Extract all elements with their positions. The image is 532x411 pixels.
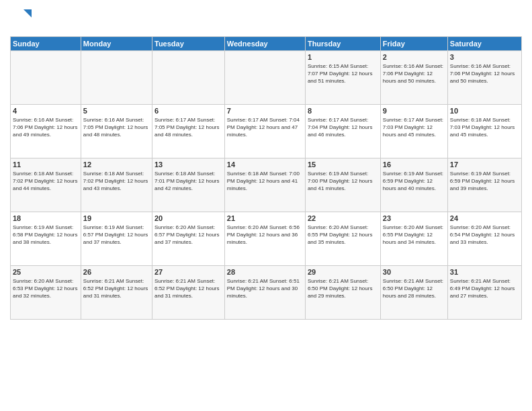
- day-info: Sunrise: 6:19 AM Sunset: 6:59 PM Dayligh…: [383, 170, 445, 193]
- day-number: 23: [383, 214, 445, 222]
- day-info: Sunrise: 6:19 AM Sunset: 6:57 PM Dayligh…: [83, 224, 150, 246]
- day-cell: 3Sunrise: 6:16 AM Sunset: 7:06 PM Daylig…: [447, 51, 521, 105]
- day-number: 11: [13, 161, 79, 169]
- day-info: Sunrise: 6:18 AM Sunset: 7:03 PM Dayligh…: [450, 116, 519, 139]
- page: SundayMondayTuesdayWednesdayThursdayFrid…: [0, 0, 532, 411]
- header-cell-sunday: Sunday: [11, 37, 81, 51]
- day-info: Sunrise: 6:16 AM Sunset: 7:06 PM Dayligh…: [450, 62, 519, 85]
- day-info: Sunrise: 6:21 AM Sunset: 6:50 PM Dayligh…: [383, 277, 445, 300]
- day-number: 31: [450, 268, 519, 276]
- day-cell: [224, 51, 305, 105]
- day-number: 17: [450, 161, 519, 169]
- day-cell: 31Sunrise: 6:21 AM Sunset: 6:49 PM Dayli…: [447, 266, 521, 320]
- day-number: 6: [154, 107, 222, 115]
- day-info: Sunrise: 6:21 AM Sunset: 6:51 PM Dayligh…: [227, 277, 303, 300]
- day-cell: 10Sunrise: 6:18 AM Sunset: 7:03 PM Dayli…: [447, 105, 521, 158]
- day-cell: 26Sunrise: 6:21 AM Sunset: 6:52 PM Dayli…: [81, 266, 152, 320]
- day-number: 15: [308, 161, 378, 169]
- day-number: 24: [450, 214, 519, 222]
- svg-marker-1: [24, 9, 32, 17]
- day-cell: 13Sunrise: 6:18 AM Sunset: 7:01 PM Dayli…: [152, 158, 225, 212]
- header-cell-friday: Friday: [380, 37, 447, 51]
- day-info: Sunrise: 6:20 AM Sunset: 6:56 PM Dayligh…: [227, 224, 303, 246]
- day-cell: 12Sunrise: 6:18 AM Sunset: 7:02 PM Dayli…: [81, 158, 152, 212]
- day-cell: 24Sunrise: 6:20 AM Sunset: 6:54 PM Dayli…: [447, 212, 521, 266]
- day-number: 25: [13, 268, 79, 276]
- header-cell-monday: Monday: [81, 37, 152, 51]
- week-row-1: 1Sunrise: 6:15 AM Sunset: 7:07 PM Daylig…: [11, 51, 522, 105]
- day-info: Sunrise: 6:18 AM Sunset: 7:01 PM Dayligh…: [154, 170, 222, 193]
- day-cell: 11Sunrise: 6:18 AM Sunset: 7:02 PM Dayli…: [11, 158, 81, 212]
- day-info: Sunrise: 6:16 AM Sunset: 7:06 PM Dayligh…: [13, 116, 79, 139]
- day-number: 13: [154, 161, 222, 169]
- day-cell: 6Sunrise: 6:17 AM Sunset: 7:05 PM Daylig…: [152, 105, 225, 158]
- day-info: Sunrise: 6:21 AM Sunset: 6:52 PM Dayligh…: [83, 277, 150, 300]
- day-cell: 16Sunrise: 6:19 AM Sunset: 6:59 PM Dayli…: [380, 158, 447, 212]
- day-info: Sunrise: 6:20 AM Sunset: 6:57 PM Dayligh…: [154, 224, 222, 246]
- day-number: 22: [308, 214, 378, 222]
- day-cell: 15Sunrise: 6:19 AM Sunset: 7:00 PM Dayli…: [305, 158, 380, 212]
- day-info: Sunrise: 6:17 AM Sunset: 7:04 PM Dayligh…: [308, 116, 378, 139]
- day-cell: 25Sunrise: 6:20 AM Sunset: 6:53 PM Dayli…: [11, 266, 81, 320]
- day-info: Sunrise: 6:20 AM Sunset: 6:53 PM Dayligh…: [13, 277, 79, 300]
- header-row: SundayMondayTuesdayWednesdayThursdayFrid…: [11, 37, 522, 51]
- day-number: 14: [227, 161, 303, 169]
- day-info: Sunrise: 6:17 AM Sunset: 7:04 PM Dayligh…: [227, 116, 303, 139]
- day-cell: 7Sunrise: 6:17 AM Sunset: 7:04 PM Daylig…: [224, 105, 305, 158]
- day-cell: 14Sunrise: 6:18 AM Sunset: 7:00 PM Dayli…: [224, 158, 305, 212]
- day-cell: 17Sunrise: 6:19 AM Sunset: 6:59 PM Dayli…: [447, 158, 521, 212]
- day-number: 4: [13, 107, 79, 115]
- logo-icon: [10, 7, 32, 28]
- day-cell: 27Sunrise: 6:21 AM Sunset: 6:52 PM Dayli…: [152, 266, 225, 320]
- day-info: Sunrise: 6:21 AM Sunset: 6:52 PM Dayligh…: [154, 277, 222, 300]
- day-cell: 23Sunrise: 6:20 AM Sunset: 6:55 PM Dayli…: [380, 212, 447, 266]
- header-cell-thursday: Thursday: [305, 37, 380, 51]
- day-number: 10: [450, 107, 519, 115]
- day-number: 28: [227, 268, 303, 276]
- day-number: 19: [83, 214, 150, 222]
- day-cell: 28Sunrise: 6:21 AM Sunset: 6:51 PM Dayli…: [224, 266, 305, 320]
- day-number: 21: [227, 214, 303, 222]
- logo: [10, 7, 32, 31]
- header: [10, 7, 522, 31]
- day-number: 7: [227, 107, 303, 115]
- day-info: Sunrise: 6:21 AM Sunset: 6:49 PM Dayligh…: [450, 277, 519, 300]
- day-info: Sunrise: 6:20 AM Sunset: 6:55 PM Dayligh…: [383, 224, 445, 246]
- week-row-3: 11Sunrise: 6:18 AM Sunset: 7:02 PM Dayli…: [11, 158, 522, 212]
- day-number: 18: [13, 214, 79, 222]
- day-number: 8: [308, 107, 378, 115]
- day-number: 20: [154, 214, 222, 222]
- day-info: Sunrise: 6:19 AM Sunset: 6:59 PM Dayligh…: [450, 170, 519, 193]
- day-cell: 20Sunrise: 6:20 AM Sunset: 6:57 PM Dayli…: [152, 212, 225, 266]
- header-cell-wednesday: Wednesday: [224, 37, 305, 51]
- header-cell-tuesday: Tuesday: [152, 37, 225, 51]
- day-info: Sunrise: 6:16 AM Sunset: 7:05 PM Dayligh…: [83, 116, 150, 139]
- day-number: 2: [383, 53, 445, 61]
- day-cell: [152, 51, 225, 105]
- day-number: 3: [450, 53, 519, 61]
- day-cell: 19Sunrise: 6:19 AM Sunset: 6:57 PM Dayli…: [81, 212, 152, 266]
- day-number: 30: [383, 268, 445, 276]
- day-info: Sunrise: 6:18 AM Sunset: 7:00 PM Dayligh…: [227, 170, 303, 193]
- day-cell: 30Sunrise: 6:21 AM Sunset: 6:50 PM Dayli…: [380, 266, 447, 320]
- header-cell-saturday: Saturday: [447, 37, 521, 51]
- day-info: Sunrise: 6:17 AM Sunset: 7:03 PM Dayligh…: [383, 116, 445, 139]
- week-row-4: 18Sunrise: 6:19 AM Sunset: 6:58 PM Dayli…: [11, 212, 522, 266]
- day-number: 26: [83, 268, 150, 276]
- day-number: 5: [83, 107, 150, 115]
- day-info: Sunrise: 6:18 AM Sunset: 7:02 PM Dayligh…: [13, 170, 79, 193]
- day-number: 9: [383, 107, 445, 115]
- day-info: Sunrise: 6:20 AM Sunset: 6:54 PM Dayligh…: [450, 224, 519, 246]
- day-number: 12: [83, 161, 150, 169]
- day-cell: 8Sunrise: 6:17 AM Sunset: 7:04 PM Daylig…: [305, 105, 380, 158]
- day-info: Sunrise: 6:16 AM Sunset: 7:06 PM Dayligh…: [383, 62, 445, 85]
- day-cell: 22Sunrise: 6:20 AM Sunset: 6:55 PM Dayli…: [305, 212, 380, 266]
- day-info: Sunrise: 6:19 AM Sunset: 7:00 PM Dayligh…: [308, 170, 378, 193]
- day-cell: [11, 51, 81, 105]
- calendar-table: SundayMondayTuesdayWednesdayThursdayFrid…: [10, 36, 522, 320]
- day-info: Sunrise: 6:19 AM Sunset: 6:58 PM Dayligh…: [13, 224, 79, 246]
- day-info: Sunrise: 6:20 AM Sunset: 6:55 PM Dayligh…: [308, 224, 378, 246]
- day-info: Sunrise: 6:18 AM Sunset: 7:02 PM Dayligh…: [83, 170, 150, 193]
- day-cell: 21Sunrise: 6:20 AM Sunset: 6:56 PM Dayli…: [224, 212, 305, 266]
- week-row-5: 25Sunrise: 6:20 AM Sunset: 6:53 PM Dayli…: [11, 266, 522, 320]
